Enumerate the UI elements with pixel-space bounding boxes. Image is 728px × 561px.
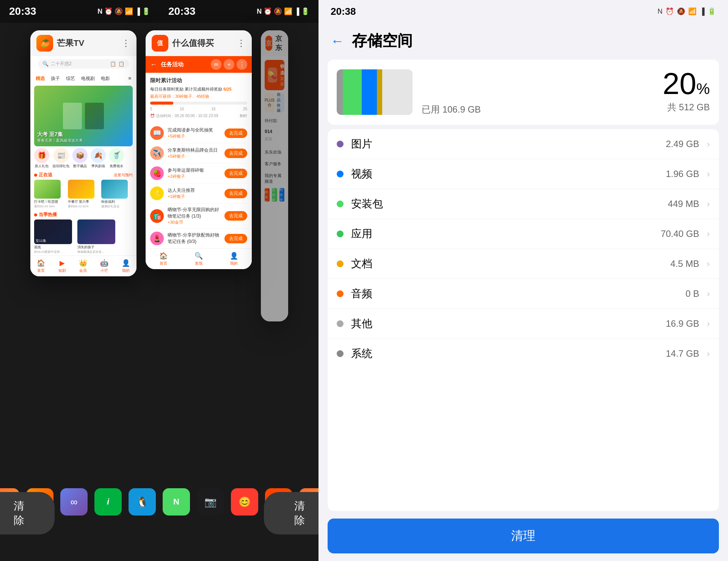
task-icon-4: ⭐ <box>150 186 164 200</box>
wzm-app-name: 什么值得买 <box>172 38 233 49</box>
watching-section: 正在追 追更与预约 打卡吧！吃货团 看到09-25 39% 中餐厅 第六季 看到… <box>30 170 136 210</box>
task-btn-2[interactable]: 去完成 <box>224 149 247 158</box>
hot-show-dixian[interactable]: 至11集 底线 距09-25更新中还有... <box>34 219 72 254</box>
task-item-6: 💄 晒物节-分享护肤配饰好物笔记任务 (0/3) 去完成 <box>150 229 247 248</box>
mango-app-icon: 🥭 <box>36 35 53 52</box>
hot-show-sub-1: 距09-25更新中还有... <box>34 250 72 254</box>
silent-icon-left: 🔕 <box>115 7 123 16</box>
milestone-10: 10 <box>180 107 184 111</box>
jd-card[interactable]: 京 京东 ⋮ 💊 铁血 京东 PLUS合 <box>261 30 288 321</box>
qi-digital[interactable]: 📦 数字藏品 <box>72 148 88 169</box>
mango-search-bar[interactable]: 🔍二十不惑2 📋📋 <box>38 59 129 69</box>
jd-content: 💊 铁血 京东 PLUS合 商品收藏 <box>261 56 288 321</box>
category-size-audio: 0 B <box>686 288 699 299</box>
storage-back-btn[interactable]: ← <box>331 33 344 49</box>
category-apps[interactable]: 应用 70.40 GB › <box>328 219 719 249</box>
clean-button[interactable]: 清理 <box>328 519 719 553</box>
category-name-system: 系统 <box>351 346 658 361</box>
chevron-video: › <box>707 169 710 179</box>
clear-btn-left-text[interactable]: 清除 <box>0 492 55 534</box>
search-text: 二十不惑2 <box>51 61 72 67</box>
nav-dianying[interactable]: 电影 <box>101 75 110 82</box>
task-item-3: 🍓 参与幸运屋得碎银 +2碎银子 去完成 <box>150 163 247 183</box>
storage-percent-display: 20% <box>422 69 710 99</box>
storage-header: ← 存储空间 <box>318 23 728 55</box>
dock-qq[interactable]: 🐧 <box>129 488 156 516</box>
dock-iqiyi[interactable]: i <box>94 488 122 516</box>
storage-status-bar: 20:38 N ⏰ 🔕 📶 ▐ 🔋 <box>318 0 728 23</box>
dock-camera[interactable]: 📷 <box>197 488 224 516</box>
task-reward-4: +1碎银子 <box>168 194 221 199</box>
mango-banner: 大考 至7集 青春无畏！案风破浪追大考 <box>34 86 133 146</box>
category-other[interactable]: 其他 16.9 GB › <box>328 309 719 339</box>
follow-badge[interactable]: 追更与预约 <box>114 172 133 178</box>
mango-category-nav[interactable]: 精选 孩子 综艺 电视剧 电影 ≡ <box>30 72 136 86</box>
jd-menu-btn[interactable]: ⋮ <box>285 38 288 48</box>
progress-fill <box>150 102 173 105</box>
hot-show-xiaoshi[interactable]: 消失的孩子 林福顺满足还在坐... <box>77 219 115 254</box>
banner-title: 大考 至7集 <box>37 131 83 138</box>
wzm-header-icon1[interactable]: ∞ <box>211 59 221 70</box>
dock-infinity[interactable]: ∞ <box>60 488 88 516</box>
task-reward-3: +2碎银子 <box>168 174 221 179</box>
nav-menu-icon[interactable]: ≡ <box>128 75 131 82</box>
category-video[interactable]: 视频 1.96 GB › <box>328 159 719 189</box>
dot-system <box>337 350 344 357</box>
nfc-icon-left: N <box>97 8 102 16</box>
storage-percent-num: 20 <box>662 67 696 100</box>
mango-nav-short[interactable]: ▶ 短剧 <box>58 259 66 273</box>
mango-nav-vip[interactable]: 👑 会员 <box>79 259 87 273</box>
storage-title: 存储空间 <box>352 30 413 51</box>
nav-jingxuan[interactable]: 精选 <box>36 75 45 82</box>
mango-tv-card[interactable]: 🥭 芒果TV ⋮ 🔍二十不惑2 📋📋 精选 孩子 综艺 电视剧 电影 <box>30 30 136 276</box>
task-btn-3[interactable]: 去完成 <box>224 169 247 178</box>
watching-shows: 打卡吧！吃货团 看到09-25 39% 中餐厅 第六季 看到09-23 92% … <box>34 180 133 208</box>
storage-panel: 20:38 N ⏰ 🔕 📶 ▐ 🔋 ← 存储空间 20% 已用 106. <box>318 0 728 561</box>
category-packages[interactable]: 安装包 449 MB › <box>328 189 719 219</box>
wzm-nav-mine[interactable]: 👤 我的 <box>230 252 238 266</box>
clear-btn-right-text[interactable]: 清除 <box>264 492 318 534</box>
battery-icon-left: 🔋 <box>142 7 150 16</box>
task-btn-5[interactable]: 去完成 <box>224 211 247 221</box>
show-zhongcanting[interactable]: 中餐厅 第六季 看到09-23 92% <box>68 180 99 208</box>
wzm-nav-discover[interactable]: 🔍 发现 <box>195 252 203 266</box>
task-btn-4[interactable]: 去完成 <box>224 189 247 198</box>
task-desc-3: 参与幸运屋得碎银 +2碎银子 <box>168 167 221 179</box>
mango-nav-home[interactable]: 🏠 首页 <box>37 259 45 273</box>
mango-nav-mine[interactable]: 👤 我的 <box>122 259 130 273</box>
qi-season[interactable]: 🍂 季风剧场 <box>91 148 106 169</box>
dock-smile[interactable]: 😊 <box>231 488 258 516</box>
mango-nav-xiaomang[interactable]: 🤖 小芒 <box>100 259 108 273</box>
nav-zongyi[interactable]: 综艺 <box>66 75 75 82</box>
wzm-card[interactable]: 值 什么值得买 ⋮ ← 任务活动 ∞ + ⋮ 限时累 <box>146 30 252 269</box>
task-title-6: 晒物节-分享护肤配饰好物笔记任务 (0/3) <box>168 232 221 245</box>
wzm-header-icon3[interactable]: ⋮ <box>237 59 247 70</box>
task-btn-6[interactable]: 去完成 <box>224 234 247 243</box>
hot-show-episode: 至11集 <box>36 238 46 243</box>
category-name-apps: 应用 <box>351 227 653 241</box>
qi-free[interactable]: 🥤 免费领水 <box>109 148 124 169</box>
nav-haizi[interactable]: 孩子 <box>51 75 60 82</box>
category-system[interactable]: 系统 14.7 GB › <box>328 339 719 368</box>
wzm-back-btn[interactable]: ← <box>150 61 157 69</box>
category-docs[interactable]: 文档 4.5 MB › <box>328 249 719 279</box>
nav-label-xiaomang: 小芒 <box>100 268 108 273</box>
qi-newuser[interactable]: 🎁 新人礼包 <box>34 148 49 169</box>
task-desc-5: 晒物节-分享无限回购的好物笔记任务 (1/3) +30金币 <box>168 207 221 225</box>
category-audio[interactable]: 音频 0 B › <box>328 279 719 309</box>
qi-follow[interactable]: 📰 追综得红包 <box>52 148 69 169</box>
category-name-other: 其他 <box>351 317 658 331</box>
show-qiushou[interactable]: 秋收福利 健康好礼送达 <box>101 180 133 208</box>
jd-app-name: 京东 <box>275 34 282 52</box>
wzm-menu-btn[interactable]: ⋮ <box>237 38 246 49</box>
dock-note[interactable]: N <box>163 488 190 516</box>
nav-dianju[interactable]: 电视剧 <box>81 75 95 82</box>
show-dakaka[interactable]: 打卡吧！吃货团 看到09-25 39% <box>34 180 66 208</box>
wzm-header-icon2[interactable]: + <box>224 59 234 70</box>
category-pictures[interactable]: 图片 2.49 GB › <box>328 129 719 159</box>
wzm-nav-home[interactable]: 🏠 首页 <box>159 252 168 266</box>
progress-count: 6/25 <box>223 87 231 91</box>
time-left: 20:33 <box>9 5 36 17</box>
task-btn-1[interactable]: 去完成 <box>224 128 247 138</box>
mango-menu-btn[interactable]: ⋮ <box>121 38 130 49</box>
